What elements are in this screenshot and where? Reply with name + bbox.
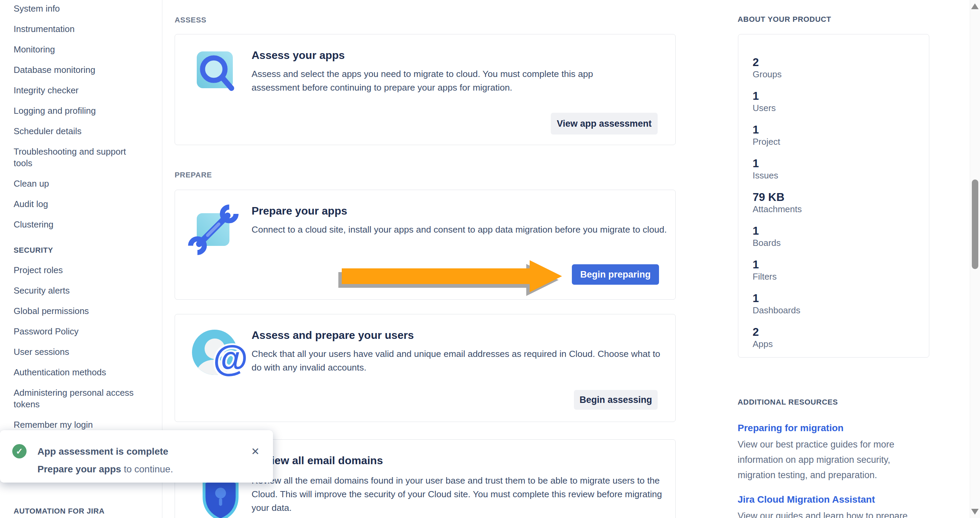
resource-entry: Preparing for migration View our best pr… xyxy=(738,422,923,483)
toast-title: App assessment is complete xyxy=(37,446,168,457)
sidebar-item[interactable]: Password Policy xyxy=(14,325,147,337)
stat-label: Project xyxy=(752,137,919,147)
section-label-assess: ASSESS xyxy=(175,16,206,24)
stat-value: 1 xyxy=(752,292,919,304)
begin-preparing-button[interactable]: Begin preparing xyxy=(572,264,659,285)
sidebar-item[interactable]: Clustering xyxy=(14,218,147,230)
about-product-heading: ABOUT YOUR PRODUCT xyxy=(738,15,831,24)
sidebar-nav: System infoInstrumentationMonitoringData… xyxy=(0,0,162,430)
stat-value: 2 xyxy=(752,326,919,338)
resources-list: Preparing for migration View our best pr… xyxy=(738,422,923,518)
sidebar-item[interactable]: Database monitoring xyxy=(14,64,147,76)
assess-users-card: @ Assess and prepare your users Check th… xyxy=(175,314,676,422)
stat-value: 79 KB xyxy=(752,191,919,203)
stat-label: Boards xyxy=(752,238,919,248)
stat-row: 1 Project xyxy=(752,124,919,147)
success-check-icon: ✓ xyxy=(12,444,27,458)
stat-value: 1 xyxy=(752,124,919,136)
scroll-down-arrow-icon[interactable] xyxy=(971,509,978,515)
stat-value: 2 xyxy=(752,56,919,69)
toast-message: Prepare your apps to continue. xyxy=(37,464,173,475)
annotation-arrow-head xyxy=(530,260,562,292)
card-description: Assess and select the apps you need to m… xyxy=(251,67,628,94)
card-title: Prepare your apps xyxy=(251,205,347,217)
wrench-icon xyxy=(189,204,240,255)
sidebar-item[interactable]: User sessions xyxy=(14,346,147,358)
scrollbar-thumb[interactable] xyxy=(972,180,978,269)
stat-value: 1 xyxy=(752,157,919,170)
stat-row: 2 Groups xyxy=(752,56,919,79)
sidebar-item[interactable]: Security alerts xyxy=(14,285,147,296)
stat-row: 1 Users xyxy=(752,90,919,113)
resource-entry: Jira Cloud Migration Assistant View our … xyxy=(738,494,923,518)
toast-message-bold: Prepare your apps xyxy=(37,464,121,474)
begin-assessing-button[interactable]: Begin assessing xyxy=(574,390,658,410)
at-sign-icon: @ xyxy=(213,340,248,376)
magnifier-icon xyxy=(196,51,237,93)
sidebar-item[interactable]: System info xyxy=(14,3,147,14)
stat-row: 1 Boards xyxy=(752,225,919,248)
sidebar-item[interactable]: Project roles xyxy=(14,264,147,276)
view-app-assessment-button[interactable]: View app assessment xyxy=(551,113,658,134)
stat-label: Dashboards xyxy=(752,305,919,316)
sidebar-item[interactable]: Troubleshooting and support tools xyxy=(14,146,147,169)
toast-message-rest: to continue. xyxy=(121,464,173,474)
sidebar-item[interactable]: Monitoring xyxy=(14,44,147,55)
card-title: Assess your apps xyxy=(251,49,345,62)
resource-description: View our guides and learn how to prepare xyxy=(738,508,923,518)
card-description: Check that all your users have valid and… xyxy=(251,347,668,374)
close-icon[interactable]: ✕ xyxy=(248,445,262,458)
stat-label: Groups xyxy=(752,69,919,79)
stat-row: 1 Filters xyxy=(752,258,919,282)
sidebar-item[interactable]: Administering personal access tokens xyxy=(14,387,147,410)
stat-row: 1 Dashboards xyxy=(752,292,919,316)
resource-link[interactable]: Preparing for migration xyxy=(738,422,923,434)
sidebar-item[interactable]: Authentication methods xyxy=(14,367,147,378)
stat-label: Attachments xyxy=(752,204,919,214)
resource-link[interactable]: Jira Cloud Migration Assistant xyxy=(738,494,923,505)
sidebar-item[interactable]: Remember my login xyxy=(14,419,147,430)
stat-row: 2 Apps xyxy=(752,326,919,349)
success-toast: ✓ App assessment is complete Prepare you… xyxy=(0,430,273,483)
additional-resources-heading: ADDITIONAL RESOURCES xyxy=(738,398,838,406)
assess-apps-card: Assess your apps Assess and select the a… xyxy=(175,34,676,145)
card-title: Assess and prepare your users xyxy=(251,329,414,341)
product-stats-card: 2 Groups 1 Users 1 Project 1 Issues 79 K… xyxy=(738,34,929,358)
section-label-prepare: PREPARE xyxy=(175,171,212,180)
sidebar-item[interactable]: Clean up xyxy=(14,178,147,190)
sidebar-item[interactable]: Scheduler details xyxy=(14,125,147,137)
page-scrollbar-track[interactable] xyxy=(970,0,980,518)
sidebar-item[interactable]: Instrumentation xyxy=(14,23,147,35)
sidebar-section-system: System infoInstrumentationMonitoringData… xyxy=(14,3,153,230)
stat-label: Users xyxy=(752,103,919,113)
scroll-up-arrow-icon[interactable] xyxy=(971,3,978,9)
stat-row: 79 KB Attachments xyxy=(752,191,919,214)
sidebar-item[interactable]: Global permissions xyxy=(14,305,147,317)
stat-value: 1 xyxy=(752,90,919,102)
prepare-apps-card: Prepare your apps Connect to a cloud sit… xyxy=(175,190,676,300)
sidebar-section-security: Project rolesSecurity alertsGlobal permi… xyxy=(14,264,153,430)
sidebar-heading-security: SECURITY xyxy=(14,246,153,255)
sidebar-heading-automation: AUTOMATION FOR JIRA xyxy=(14,507,105,516)
stat-label: Apps xyxy=(752,339,919,349)
stat-row: 1 Issues xyxy=(752,157,919,180)
stat-label: Issues xyxy=(752,170,919,180)
resource-description: View our best practice guides for more i… xyxy=(738,437,923,483)
card-description: Review all the email domains found in yo… xyxy=(251,474,675,515)
card-description: Connect to a cloud site, install your ap… xyxy=(251,223,674,236)
sidebar-item[interactable]: Audit log xyxy=(14,198,147,210)
product-stats-list: 2 Groups 1 Users 1 Project 1 Issues 79 K… xyxy=(752,56,919,349)
stat-label: Filters xyxy=(752,271,919,282)
sidebar-item[interactable]: Integrity checker xyxy=(14,84,147,96)
stat-value: 1 xyxy=(752,225,919,237)
stat-value: 1 xyxy=(752,258,919,271)
sidebar-item[interactable]: Logging and profiling xyxy=(14,105,147,116)
annotation-arrow xyxy=(342,268,530,284)
